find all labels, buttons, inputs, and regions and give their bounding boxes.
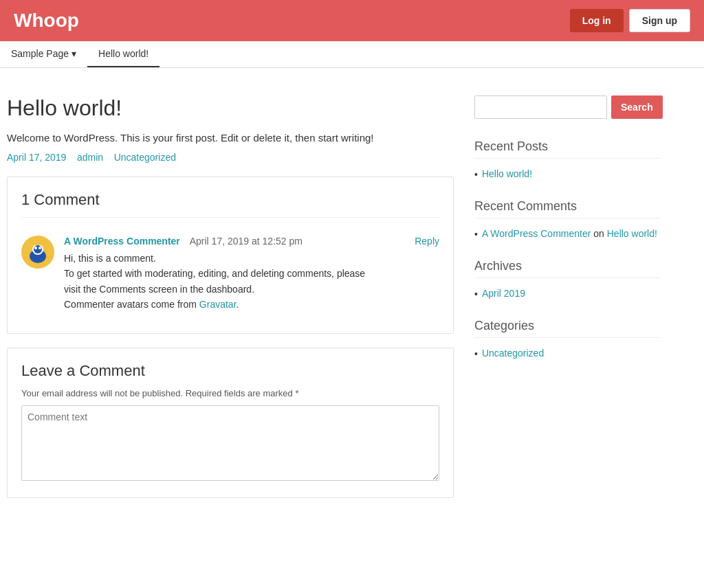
recent-comment-content: A WordPress Commenter on Hello world! xyxy=(482,228,657,239)
recent-comments-widget: Recent Comments A WordPress Commenter on… xyxy=(474,199,660,242)
comment-text: Hi, this is a comment. To get started wi… xyxy=(64,251,439,313)
svg-point-4 xyxy=(34,247,37,249)
comment-textarea[interactable] xyxy=(21,405,439,481)
post-author-link[interactable]: admin xyxy=(77,152,103,163)
categories-list: Uncategorized xyxy=(474,345,660,362)
archives-widget: Archives April 2019 xyxy=(474,259,660,302)
comment-author-name[interactable]: A WordPress Commenter xyxy=(64,236,180,247)
category-link[interactable]: Uncategorized xyxy=(482,348,544,359)
post-title: Hello world! xyxy=(7,95,454,121)
site-header: Whoop Log in Sign up xyxy=(0,0,704,41)
post-meta: April 17, 2019 admin Uncategorized xyxy=(7,152,454,163)
login-button[interactable]: Log in xyxy=(570,9,624,32)
signup-button[interactable]: Sign up xyxy=(629,9,690,32)
comment-notice: Your email address will not be published… xyxy=(21,388,439,398)
post-date-link[interactable]: April 17, 2019 xyxy=(7,152,66,163)
list-item: Uncategorized xyxy=(474,345,660,362)
page-layout: Hello world! Welcome to WordPress. This … xyxy=(0,68,704,525)
site-title: Whoop xyxy=(14,10,79,32)
post-body: Welcome to WordPress. This is your first… xyxy=(7,132,454,144)
list-item: A WordPress Commenter on Hello world! xyxy=(474,225,660,242)
categories-title: Categories xyxy=(474,319,660,338)
nav-item-hello-world[interactable]: Hello world! xyxy=(87,41,160,67)
main-content: Hello world! Welcome to WordPress. This … xyxy=(0,82,468,512)
comment-body: A WordPress Commenter April 17, 2019 at … xyxy=(64,236,439,313)
recent-comment-post-link[interactable]: Hello world! xyxy=(607,228,657,239)
search-input[interactable] xyxy=(474,95,607,119)
leave-comment-section: Leave a Comment Your email address will … xyxy=(7,348,454,498)
recent-comment-author-link[interactable]: A WordPress Commenter xyxy=(482,228,591,239)
svg-point-5 xyxy=(38,247,41,249)
recent-posts-widget: Recent Posts Hello world! xyxy=(474,139,660,183)
archives-list: April 2019 xyxy=(474,285,660,302)
comments-heading: 1 Comment xyxy=(21,191,439,218)
archive-link[interactable]: April 2019 xyxy=(482,288,525,299)
search-button[interactable]: Search xyxy=(611,95,663,119)
recent-post-link[interactable]: Hello world! xyxy=(482,168,532,179)
recent-posts-list: Hello world! xyxy=(474,166,660,183)
recent-comments-title: Recent Comments xyxy=(474,199,660,218)
main-nav: Sample Page ▾ Hello world! xyxy=(0,41,704,68)
avatar-icon xyxy=(23,237,53,267)
chevron-down-icon: ▾ xyxy=(72,48,76,59)
avatar xyxy=(21,236,54,269)
comment-author-meta: A WordPress Commenter April 17, 2019 at … xyxy=(64,236,302,247)
search-widget: Search xyxy=(474,95,660,119)
recent-posts-title: Recent Posts xyxy=(474,139,660,159)
comments-section: 1 Comment xyxy=(7,177,454,334)
gravatar-link[interactable]: Gravatar xyxy=(199,299,236,310)
post-category-link[interactable]: Uncategorized xyxy=(114,152,176,163)
header-buttons: Log in Sign up xyxy=(570,9,690,32)
comment-date: April 17, 2019 at 12:52 pm xyxy=(190,236,302,247)
comment-item: A WordPress Commenter April 17, 2019 at … xyxy=(21,229,439,319)
list-item: April 2019 xyxy=(474,285,660,302)
reply-link[interactable]: Reply xyxy=(415,236,439,247)
recent-comments-list: A WordPress Commenter on Hello world! xyxy=(474,225,660,242)
comment-header: A WordPress Commenter April 17, 2019 at … xyxy=(64,236,439,247)
categories-widget: Categories Uncategorized xyxy=(474,319,660,362)
svg-point-3 xyxy=(34,245,42,253)
leave-comment-heading: Leave a Comment xyxy=(21,362,439,380)
sidebar: Search Recent Posts Hello world! Recent … xyxy=(468,82,674,512)
nav-item-sample-page[interactable]: Sample Page ▾ xyxy=(0,41,87,67)
list-item: Hello world! xyxy=(474,166,660,183)
archives-title: Archives xyxy=(474,259,660,278)
